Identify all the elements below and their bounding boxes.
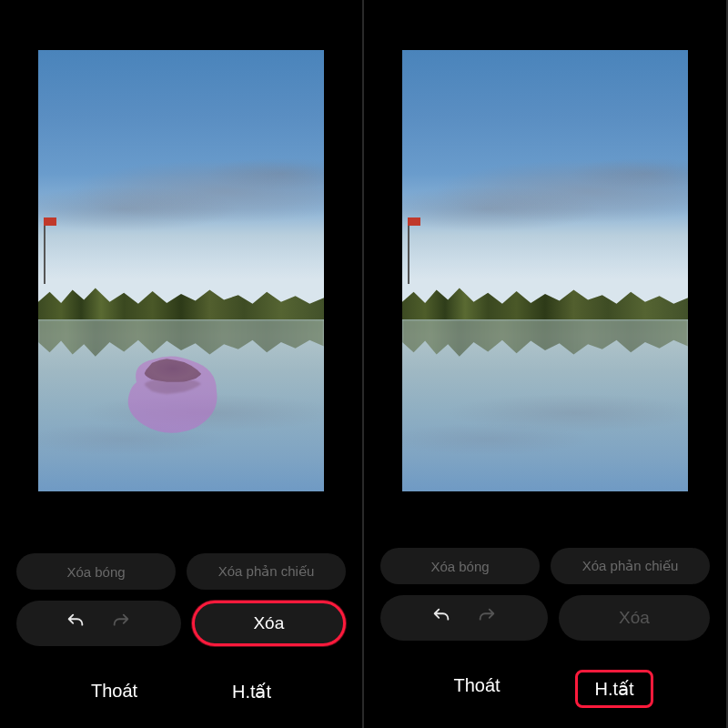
remove-shadow-button[interactable]: Xóa bóng	[16, 553, 176, 590]
remove-reflection-button[interactable]: Xóa phản chiếu	[551, 548, 710, 584]
editor-screen-after: Xóa bóng Xóa phản chiếu Xóa Thoát H.tất	[364, 0, 728, 728]
undo-redo-group	[380, 595, 548, 641]
done-button[interactable]: H.tất	[575, 670, 652, 708]
island-object	[144, 355, 202, 382]
bottom-controls: Xóa bóng Xóa phản chiếu Xóa Thoát H.tất	[0, 553, 362, 728]
exit-button[interactable]: Thoát	[437, 670, 516, 708]
photo-canvas[interactable]	[38, 50, 324, 491]
undo-redo-group	[16, 601, 181, 646]
undo-icon[interactable]	[66, 612, 86, 635]
done-button[interactable]: H.tất	[216, 675, 288, 708]
editor-screen-before: Xóa bóng Xóa phản chiếu Xóa Thoát H.tất	[0, 0, 364, 728]
photo-canvas[interactable]	[402, 50, 688, 491]
remove-reflection-button[interactable]: Xóa phản chiếu	[187, 553, 346, 590]
lake-photo	[38, 50, 324, 491]
redo-icon[interactable]	[477, 606, 497, 630]
erase-button: Xóa	[559, 595, 710, 641]
undo-icon[interactable]	[431, 606, 451, 630]
lake-photo	[402, 50, 688, 491]
bottom-controls: Xóa bóng Xóa phản chiếu Xóa Thoát H.tất	[364, 548, 726, 728]
erase-button[interactable]: Xóa	[192, 601, 346, 646]
exit-button[interactable]: Thoát	[75, 675, 154, 708]
redo-icon[interactable]	[111, 612, 131, 635]
remove-shadow-button[interactable]: Xóa bóng	[380, 548, 540, 584]
